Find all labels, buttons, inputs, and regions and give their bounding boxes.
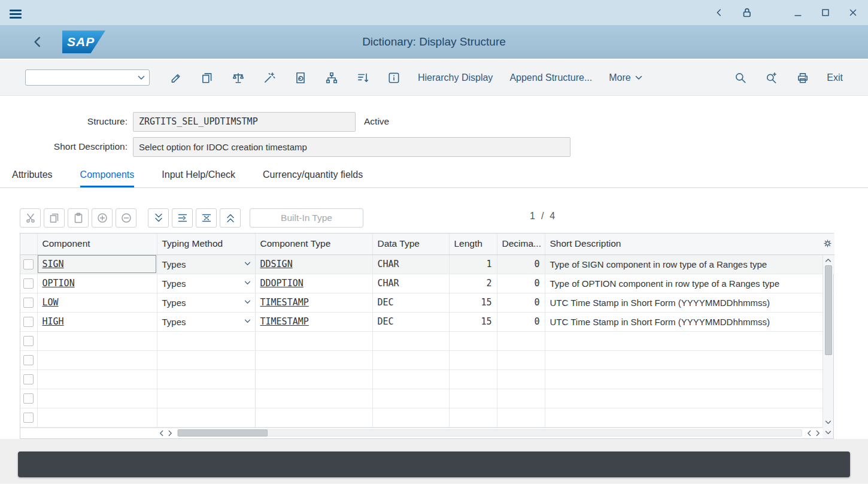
check-button[interactable] [293, 70, 308, 86]
scroll-left-button[interactable] [805, 430, 814, 437]
compare-button[interactable] [230, 70, 246, 86]
component-type-link[interactable]: DDOPTION [260, 278, 304, 289]
command-input[interactable] [26, 70, 133, 85]
chevron-down-icon[interactable] [244, 319, 251, 323]
col-data-type[interactable]: Data Type [372, 234, 449, 254]
advanced-search-button[interactable] [764, 70, 779, 86]
vertical-scroll-thumb[interactable] [825, 265, 832, 355]
row-checkbox[interactable] [23, 317, 34, 327]
hierarchy-display-button[interactable]: Hierarchy Display [418, 72, 493, 83]
chevron-down-icon[interactable] [244, 262, 251, 266]
typing-method-cell[interactable]: Types [157, 293, 255, 312]
scroll-left-button[interactable] [157, 430, 166, 437]
component-link[interactable]: LOW [43, 297, 59, 308]
component-cell[interactable] [37, 369, 157, 389]
row-checkbox[interactable] [23, 374, 34, 384]
typing-method-cell[interactable] [157, 331, 255, 350]
back-button[interactable] [31, 35, 44, 49]
more-button[interactable]: More [609, 72, 642, 83]
chevron-down-icon[interactable] [244, 300, 251, 304]
move-up-button[interactable] [220, 208, 241, 228]
component-link[interactable]: SIGN [43, 259, 64, 269]
component-type-cell[interactable] [255, 331, 372, 350]
delete-row-button[interactable] [196, 208, 217, 228]
col-length[interactable]: Length [449, 234, 497, 254]
component-type-cell[interactable] [255, 389, 372, 408]
typing-method-cell[interactable]: Types [157, 254, 255, 274]
nav-back-button[interactable] [712, 6, 726, 19]
chevron-down-icon[interactable] [133, 75, 149, 80]
typing-method-cell[interactable] [157, 369, 255, 389]
tab-components[interactable]: Components [80, 169, 135, 187]
short-description-field[interactable]: Select option for IDOC creation timestam… [133, 137, 570, 157]
col-component-type[interactable]: Component Type [255, 234, 372, 254]
add-row-button[interactable] [92, 208, 113, 228]
move-down-button[interactable] [148, 208, 169, 228]
component-cell[interactable] [37, 408, 157, 427]
row-checkbox[interactable] [23, 355, 34, 365]
cut-button[interactable] [20, 208, 41, 228]
horizontal-scrollbar[interactable] [20, 428, 823, 438]
search-button[interactable] [733, 70, 748, 86]
insert-row-button[interactable] [172, 208, 193, 228]
component-link[interactable]: OPTION [43, 278, 75, 289]
tab-currency-quantity-fields[interactable]: Currency/quantity fields [263, 169, 363, 187]
col-decimals[interactable]: Decima... [497, 234, 545, 254]
info-button[interactable] [386, 70, 402, 86]
typing-method-cell[interactable] [157, 350, 255, 369]
exit-button[interactable]: Exit [827, 72, 843, 83]
typing-method-cell[interactable] [157, 389, 255, 408]
hierarchy-button[interactable] [324, 70, 339, 86]
row-checkbox[interactable] [23, 393, 34, 404]
component-cell[interactable] [37, 350, 157, 369]
row-checkbox[interactable] [23, 336, 34, 346]
row-checkbox[interactable] [23, 413, 34, 423]
component-type-link[interactable]: DDSIGN [260, 259, 293, 269]
copy-button[interactable] [44, 208, 65, 228]
minimize-button[interactable] [791, 6, 805, 19]
close-button[interactable] [846, 6, 860, 19]
component-type-link[interactable]: TIMESTAMP [260, 316, 309, 327]
tab-attributes[interactable]: Attributes [12, 169, 53, 187]
display-change-button[interactable] [168, 70, 184, 86]
horizontal-scroll-track[interactable] [177, 429, 802, 437]
paste-button[interactable] [68, 208, 89, 228]
maximize-button[interactable] [819, 6, 832, 19]
scroll-down-button[interactable] [825, 418, 831, 428]
typing-method-cell[interactable]: Types [157, 312, 255, 331]
vertical-scrollbar[interactable] [823, 255, 833, 428]
component-type-cell[interactable] [255, 369, 372, 389]
component-link[interactable]: HIGH [43, 316, 64, 327]
hamburger-menu-icon[interactable] [8, 5, 23, 20]
gear-icon[interactable] [823, 238, 833, 249]
append-structure-button[interactable]: Append Structure... [509, 72, 592, 83]
row-checkbox[interactable] [23, 298, 34, 308]
remove-row-button[interactable] [116, 208, 136, 228]
col-component[interactable]: Component [37, 234, 157, 254]
scrollbar-corner[interactable] [823, 428, 833, 438]
component-type-cell[interactable] [255, 408, 372, 427]
tab-input-help-check[interactable]: Input Help/Check [162, 169, 235, 187]
horizontal-scroll-thumb[interactable] [178, 429, 268, 437]
chevron-down-icon[interactable] [244, 281, 251, 285]
activate-button[interactable] [262, 70, 277, 86]
typing-method-cell[interactable] [157, 408, 255, 427]
scroll-up-button[interactable] [825, 255, 831, 265]
sort-button[interactable] [355, 70, 371, 86]
col-typing-method[interactable]: Typing Method [157, 234, 255, 254]
lock-button[interactable] [740, 6, 753, 19]
builtin-type-button[interactable]: Built-In Type [250, 208, 363, 228]
structure-field[interactable]: ZRGTITS_SEL_UPDTIMSTMP [133, 112, 356, 132]
print-button[interactable] [795, 70, 811, 86]
scroll-right-button[interactable] [166, 430, 175, 437]
command-field[interactable] [25, 69, 150, 86]
col-short-description[interactable]: Short Description [545, 234, 834, 254]
typing-method-cell[interactable]: Types [157, 274, 255, 293]
scroll-right-button[interactable] [814, 430, 823, 437]
refresh-copy-button[interactable] [199, 70, 215, 86]
component-type-link[interactable]: TIMESTAMP [260, 297, 309, 308]
component-cell[interactable] [37, 389, 157, 408]
row-checkbox[interactable] [23, 278, 34, 289]
component-type-cell[interactable] [255, 350, 372, 369]
component-cell[interactable] [37, 331, 157, 350]
